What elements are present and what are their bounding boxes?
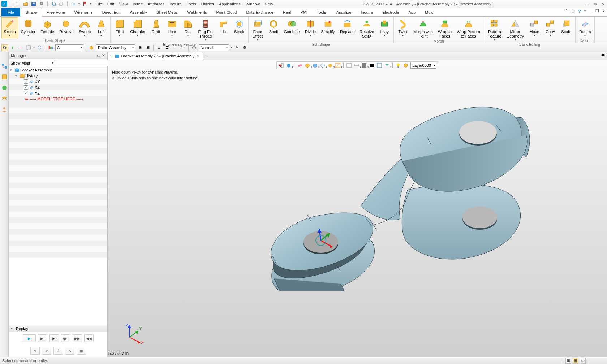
extrude-button[interactable]: Extrude xyxy=(38,17,56,38)
tree-model-stop[interactable]: ⬅ ----- MODEL STOP HERE ----- xyxy=(9,96,107,102)
tab-heal[interactable]: Heal xyxy=(278,8,296,16)
tab-weldments[interactable]: Weldments xyxy=(182,8,212,16)
datum-button[interactable]: Datum▾ xyxy=(577,17,593,38)
tab-app[interactable]: App xyxy=(404,8,421,16)
tab-file[interactable]: File xyxy=(1,8,20,16)
mdi-close-icon[interactable]: × xyxy=(603,9,605,13)
flagextthread-button[interactable]: Flag Ext Thread▾ xyxy=(196,17,215,43)
flag-icon[interactable] xyxy=(82,1,88,7)
loft-button[interactable]: Loft▾ xyxy=(94,17,109,38)
tab-mold[interactable]: Mold xyxy=(420,8,438,16)
status-icon-1[interactable]: ⊞ xyxy=(565,358,571,364)
twist-button[interactable]: Twist▾ xyxy=(395,17,410,39)
filter-combo[interactable]: All xyxy=(55,44,83,51)
history-tree-icon[interactable] xyxy=(1,63,8,69)
ribbon-options-icon[interactable]: ⊞ xyxy=(572,9,575,13)
close-icon[interactable]: ✕ xyxy=(600,1,606,6)
status-icon-2[interactable]: ▦ xyxy=(573,358,578,364)
mirror-button[interactable]: Mirror Geometry▾ xyxy=(504,17,526,43)
tab-directedit[interactable]: Direct Edit xyxy=(98,8,125,16)
target-icon[interactable] xyxy=(70,1,76,7)
assembly-icon[interactable] xyxy=(1,74,8,80)
open-icon[interactable] xyxy=(23,1,29,7)
chamfer-button[interactable]: Chamfer▾ xyxy=(128,17,147,43)
menu-view[interactable]: View xyxy=(119,2,128,6)
cursor-icon[interactable] xyxy=(1,44,8,51)
lock-icon[interactable] xyxy=(191,44,197,51)
tab-shape[interactable]: Shape xyxy=(21,8,42,17)
manager-close-icon[interactable]: ✕ xyxy=(102,53,105,58)
tree-plane-xz[interactable]: ✓ XZ xyxy=(9,84,107,90)
replace-button[interactable]: Replace xyxy=(338,17,357,43)
tab-wireframe[interactable]: Wireframe xyxy=(70,8,98,16)
new-icon[interactable] xyxy=(15,1,21,7)
mdi-minimize-icon[interactable]: – xyxy=(589,9,591,13)
display-i1-icon[interactable]: ⊞ xyxy=(137,44,143,51)
3d-viewport[interactable]: Hold down <F2> for dynamic viewing. <F8>… xyxy=(108,60,607,357)
align3-icon[interactable]: ⋮ xyxy=(172,44,178,51)
morphpoint-button[interactable]: Morph with Point xyxy=(411,17,435,39)
snap-button[interactable]: ▦ xyxy=(77,347,86,355)
align1-icon[interactable]: ≡ xyxy=(156,44,162,51)
simplify-button[interactable]: Simplify xyxy=(319,17,337,43)
status-icon-3[interactable]: ▭ xyxy=(580,358,586,364)
tab-inquire[interactable]: Inquire xyxy=(356,8,378,16)
rewind-button[interactable]: ◀◀ xyxy=(84,334,94,342)
tabs-menu-icon[interactable]: ☰ xyxy=(599,52,607,60)
manager-dock-icon[interactable]: ▭ xyxy=(97,53,100,58)
tree-plane-xy[interactable]: ✓ XY xyxy=(9,79,107,84)
display-i2-icon[interactable]: ⊟ xyxy=(145,44,151,51)
tree-root[interactable]: ▾ Bracket Assembly xyxy=(9,67,107,73)
sketch-button[interactable]: Sketch▾ xyxy=(1,17,18,38)
maximize-icon[interactable]: ▭ xyxy=(592,1,598,6)
filter-icon[interactable] xyxy=(47,44,54,51)
menu-edit[interactable]: Edit xyxy=(107,2,114,6)
cylinder-button[interactable]: Cylinder▾ xyxy=(19,17,38,38)
step-fwd-button[interactable]: ▶| xyxy=(38,334,47,342)
resolveselfx-button[interactable]: Resolve SelfX xyxy=(357,17,376,43)
move-button[interactable]: Move▾ xyxy=(527,17,542,43)
other-icon[interactable] xyxy=(1,106,8,113)
faceoffset-button[interactable]: Face Offset▾ xyxy=(250,17,265,43)
divide-button[interactable]: Divide▾ xyxy=(303,17,318,43)
combine-button[interactable]: Combine xyxy=(282,17,302,43)
menu-utilities[interactable]: Utilities xyxy=(201,2,214,6)
display-combo[interactable]: Normal xyxy=(199,44,229,51)
extra2-icon[interactable]: ⚙ xyxy=(241,44,248,51)
new-tab-button[interactable]: + xyxy=(203,52,211,60)
menu-insert[interactable]: Insert xyxy=(133,2,143,6)
shell-button[interactable]: Shell xyxy=(266,17,281,43)
replay-expand-icon[interactable]: ▾ xyxy=(11,327,14,330)
tool2-button[interactable]: ✐ xyxy=(42,347,51,355)
align2-icon[interactable]: ≣ xyxy=(164,44,170,51)
stock-button[interactable]: Stock xyxy=(232,17,247,43)
tab-electrode[interactable]: Electrode xyxy=(378,8,404,16)
menu-window[interactable]: Window xyxy=(245,2,259,6)
extra1-icon[interactable]: ✎ xyxy=(233,44,240,51)
cancel-button[interactable]: ✕ xyxy=(65,347,74,355)
tree-plane-yz[interactable]: ✓ YZ xyxy=(9,90,107,96)
tab-tools[interactable]: Tools xyxy=(312,8,331,16)
wraptofaces-button[interactable]: Wrap to Faces xyxy=(436,17,454,39)
skip-button[interactable]: (▶) xyxy=(49,334,59,342)
menu-applications[interactable]: Applications xyxy=(219,2,240,6)
revolve-button[interactable]: Revolve xyxy=(57,17,76,38)
tab-pmi[interactable]: PMI xyxy=(296,8,312,16)
scope-icon[interactable] xyxy=(88,44,95,51)
box-select-icon[interactable] xyxy=(25,44,32,51)
undo-icon[interactable] xyxy=(51,1,56,7)
pattern-button[interactable]: Pattern Feature▾ xyxy=(486,17,504,43)
tab-close-icon[interactable]: ✕ xyxy=(197,54,200,58)
save-icon[interactable] xyxy=(31,1,36,7)
hex-select-icon[interactable] xyxy=(36,44,43,51)
tool3-button[interactable]: ⤴ xyxy=(53,347,63,355)
help-icon[interactable]: ? xyxy=(578,9,581,13)
menu-tools[interactable]: Tools xyxy=(187,2,196,6)
sweep-button[interactable]: Sweep▾ xyxy=(77,17,93,38)
show-combo[interactable]: Show Most xyxy=(9,60,55,66)
draft-button[interactable]: Draft xyxy=(148,17,164,43)
menu-file[interactable]: File xyxy=(96,2,102,6)
fillet-button[interactable]: Fillet▾ xyxy=(112,17,127,43)
to-end-button[interactable]: ⟨▶⟩ xyxy=(61,334,70,342)
add-icon[interactable]: + xyxy=(9,44,16,51)
